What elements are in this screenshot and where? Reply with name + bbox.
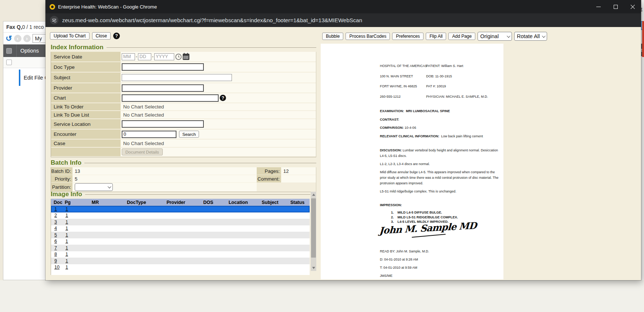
fax-queue-count: 0 / 1 reco: [22, 24, 44, 30]
close-button[interactable]: Close: [92, 32, 111, 40]
page-link[interactable]: 1: [62, 239, 74, 244]
help-icon[interactable]: ?: [113, 33, 120, 39]
doc-link[interactable]: 6: [51, 239, 62, 244]
service-location-input[interactable]: [122, 120, 204, 128]
impression-item: MILD L5-S1 RIDGE/BULGE COMPLEX.: [391, 215, 458, 220]
row-checkbox[interactable]: [6, 60, 12, 65]
pages-value: 12: [281, 167, 316, 175]
col-doc[interactable]: Doc: [51, 200, 62, 205]
page-link[interactable]: 1: [62, 252, 74, 257]
comparison-value: 10-4-06: [405, 126, 416, 130]
flip-all-button[interactable]: Flip All: [426, 33, 446, 40]
col-subject[interactable]: Subject: [255, 200, 285, 205]
scrollbar-thumb[interactable]: [311, 198, 316, 258]
partition-select[interactable]: [75, 183, 113, 191]
close-window-button[interactable]: [624, 0, 641, 13]
physician-signature: John M. Sample MD: [379, 220, 476, 236]
subject-input[interactable]: [122, 74, 232, 81]
page-link[interactable]: 1: [62, 245, 74, 251]
table-row[interactable]: 9 1: [51, 258, 310, 264]
table-row[interactable]: 3 1: [51, 219, 310, 225]
preferences-button[interactable]: Preferences: [392, 33, 424, 40]
doc-link[interactable]: 2: [51, 213, 62, 218]
doc-type-input[interactable]: [122, 63, 204, 71]
select-all-checkbox[interactable]: [6, 48, 12, 54]
table-row[interactable]: 2 1: [51, 212, 310, 219]
facility-name: HOSPITAL OF THE AMERICAS: [380, 61, 427, 71]
time-picker-icon[interactable]: [175, 54, 182, 60]
url-text[interactable]: zeus.med-web.com/webchart/wctjosterman/w…: [62, 17, 362, 23]
index-information-section: Index Information Service Date - -: [51, 44, 316, 157]
bubble-button[interactable]: Bubble: [322, 33, 343, 40]
scanned-document-preview[interactable]: HOSPITAL OF THE AMERICAS 100 N. MAIN STR…: [321, 44, 503, 279]
table-row-selected[interactable]: 1 1: [51, 206, 310, 212]
encounter-input[interactable]: [122, 131, 176, 138]
doc-link[interactable]: 1: [51, 207, 62, 212]
service-date-day-input[interactable]: [138, 53, 151, 60]
service-date-month-input[interactable]: [122, 53, 135, 60]
col-doctype[interactable]: DocType: [117, 200, 156, 205]
doc-link[interactable]: 8: [51, 252, 62, 257]
options-column-label: Options: [20, 48, 39, 54]
doc-link[interactable]: 7: [51, 245, 62, 251]
table-row[interactable]: 5 1: [51, 232, 310, 238]
queue-filter-select[interactable]: My: [33, 34, 47, 43]
patient-number: PAT #: 10019: [426, 81, 488, 92]
scroll-down-icon[interactable]: [311, 265, 316, 271]
encounter-search-button[interactable]: Search: [179, 131, 199, 138]
doc-type-label: Doc Type: [51, 62, 121, 72]
page-link[interactable]: 1: [62, 226, 74, 231]
calendar-icon[interactable]: [183, 54, 189, 60]
col-dos[interactable]: DOS: [195, 200, 221, 205]
background-link-fragment: t: [641, 7, 642, 12]
table-row[interactable]: 7 1: [51, 245, 310, 251]
zoom-select[interactable]: Original: [478, 32, 512, 41]
rotate-select[interactable]: Rotate All: [514, 32, 547, 41]
doc-link[interactable]: 5: [51, 232, 62, 238]
add-page-button[interactable]: Add Page: [448, 33, 475, 40]
back-icon[interactable]: ‹: [14, 35, 21, 42]
page-link[interactable]: 1: [62, 232, 74, 238]
table-header-row: Doc Pg MR DocType Provider DOS Location …: [51, 199, 310, 206]
link-to-order-value: No Chart Selected: [122, 104, 164, 110]
page-link[interactable]: 1: [62, 258, 74, 264]
doc-link[interactable]: 9: [51, 258, 62, 264]
process-barcodes-button[interactable]: Process BarCodes: [345, 33, 390, 40]
dictated-line: D: 04-01-2010 at 9:28 AM: [380, 255, 429, 264]
col-pg[interactable]: Pg: [62, 200, 74, 205]
edit-file-label[interactable]: Edit File C: [24, 75, 48, 81]
scroll-up-icon[interactable]: [311, 192, 316, 198]
forward-icon[interactable]: ›: [23, 35, 31, 42]
doc-link[interactable]: 10: [51, 265, 62, 270]
maximize-button[interactable]: [607, 0, 624, 13]
minimize-button[interactable]: [590, 0, 607, 13]
table-scrollbar[interactable]: [311, 192, 316, 271]
chart-input[interactable]: [122, 94, 219, 102]
window-titlebar[interactable]: Enterprise Health: WebScan - Google Chro…: [45, 0, 641, 13]
page-link[interactable]: 1: [62, 265, 74, 270]
discussion-paragraph: L5-S1 mild ridge/bulge complex. This is …: [380, 189, 499, 194]
comment-value: [281, 175, 316, 182]
page-link[interactable]: 1: [62, 219, 74, 225]
page-link[interactable]: 1: [62, 213, 74, 218]
url-bar[interactable]: zeus.med-web.com/webchart/wctjosterman/w…: [45, 13, 641, 27]
site-settings-icon[interactable]: [50, 16, 58, 24]
col-provider[interactable]: Provider: [156, 200, 195, 205]
provider-input[interactable]: [122, 84, 204, 92]
col-status[interactable]: Status: [285, 200, 310, 205]
chart-help-icon[interactable]: ?: [220, 95, 226, 101]
table-row[interactable]: 10 1: [51, 264, 310, 271]
viewer-toolbar: Bubble Process BarCodes Preferences Flip…: [322, 32, 547, 41]
page-link[interactable]: 1: [62, 207, 74, 212]
col-location[interactable]: Location: [221, 200, 255, 205]
col-mr[interactable]: MR: [74, 200, 117, 205]
table-row[interactable]: 6 1: [51, 238, 310, 245]
table-row[interactable]: 8 1: [51, 251, 310, 258]
table-row[interactable]: 4 1: [51, 225, 310, 232]
service-date-year-input[interactable]: [154, 53, 174, 60]
transcribed-line: T: 04-01-2010 at 9:59 AM: [380, 264, 429, 272]
upload-to-chart-button[interactable]: Upload To Chart: [50, 32, 90, 40]
doc-link[interactable]: 4: [51, 226, 62, 231]
doc-link[interactable]: 3: [51, 219, 62, 225]
refresh-icon[interactable]: ↺: [6, 35, 12, 42]
